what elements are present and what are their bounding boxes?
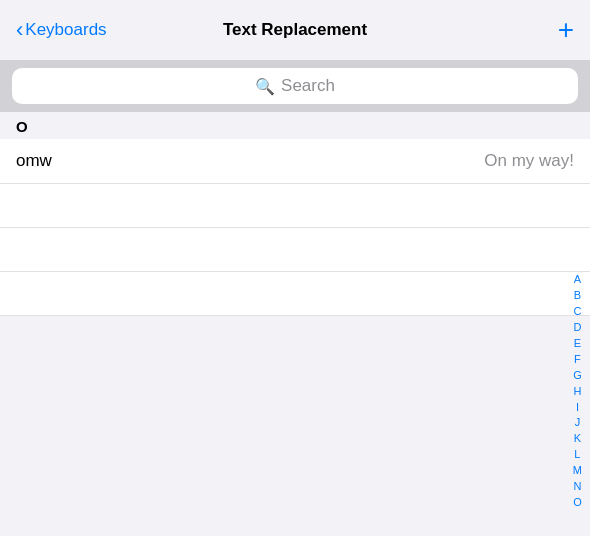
search-bar[interactable]: 🔍 Search xyxy=(12,68,578,104)
alpha-letter-b[interactable]: B xyxy=(570,288,585,304)
empty-row xyxy=(0,272,590,316)
alpha-letter-m[interactable]: M xyxy=(569,463,586,479)
alpha-letter-g[interactable]: G xyxy=(569,368,586,384)
back-button[interactable]: ‹ Keyboards xyxy=(16,19,107,41)
navigation-bar: ‹ Keyboards Text Replacement + xyxy=(0,0,590,60)
alpha-letter-o[interactable]: O xyxy=(569,495,586,511)
back-label: Keyboards xyxy=(25,20,106,40)
alpha-letter-i[interactable]: I xyxy=(572,400,583,416)
section-letter: O xyxy=(16,118,28,135)
alpha-letter-k[interactable]: K xyxy=(570,431,585,447)
row-phrase: On my way! xyxy=(484,151,574,171)
alpha-letter-f[interactable]: F xyxy=(570,352,585,368)
alpha-letter-h[interactable]: H xyxy=(569,384,585,400)
alpha-letter-n[interactable]: N xyxy=(569,479,585,495)
empty-row xyxy=(0,184,590,228)
search-icon: 🔍 xyxy=(255,77,275,96)
alpha-letter-j[interactable]: J xyxy=(571,415,585,431)
table-container: omw On my way! xyxy=(0,139,590,316)
add-button[interactable]: + xyxy=(558,16,574,44)
empty-row xyxy=(0,228,590,272)
search-container: 🔍 Search xyxy=(0,60,590,112)
table-row[interactable]: omw On my way! xyxy=(0,139,590,184)
alpha-letter-l[interactable]: L xyxy=(570,447,584,463)
alphabet-index: ABCDEFGHIJKLMNO xyxy=(569,272,586,511)
alpha-letter-c[interactable]: C xyxy=(569,304,585,320)
row-shortcut: omw xyxy=(16,151,52,171)
main-content: O omw On my way! ABCDEFGHIJKLMNO xyxy=(0,112,590,316)
alpha-letter-a[interactable]: A xyxy=(570,272,585,288)
page-title: Text Replacement xyxy=(223,20,367,40)
alpha-letter-e[interactable]: E xyxy=(570,336,585,352)
back-chevron-icon: ‹ xyxy=(16,19,23,41)
search-placeholder: Search xyxy=(281,76,335,96)
alpha-letter-d[interactable]: D xyxy=(569,320,585,336)
section-header-o: O xyxy=(0,112,590,139)
